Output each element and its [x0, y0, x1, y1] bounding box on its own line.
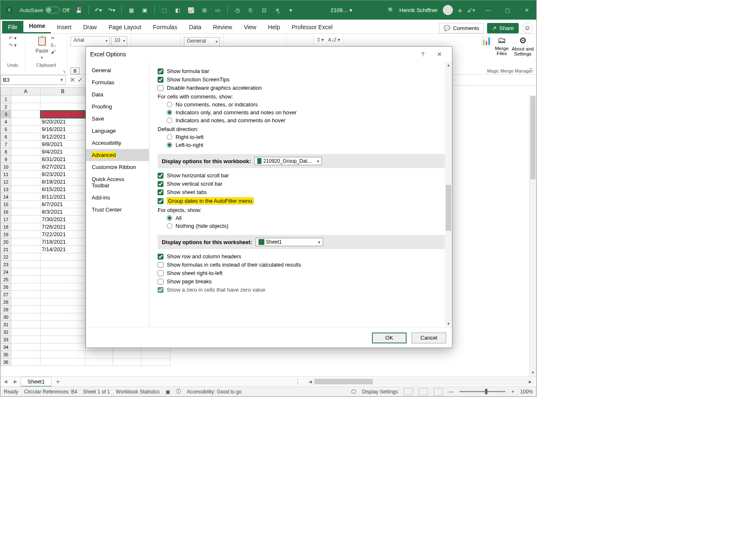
cell-B8[interactable]: 9/4/2021 [40, 148, 85, 156]
nav-formulas[interactable]: Formulas [86, 76, 149, 88]
qat-btn-6[interactable]: ⊞ [200, 5, 209, 15]
cell-B29[interactable] [40, 306, 85, 313]
normal-view-icon[interactable] [404, 388, 413, 396]
cell-A36[interactable] [11, 358, 40, 366]
ok-button[interactable]: OK [372, 333, 407, 343]
about-settings-button[interactable]: ⚙ About and Settings [512, 35, 534, 56]
nav-accessibility[interactable]: Accessibility [86, 137, 149, 149]
font-size-select[interactable]: 10 [111, 36, 127, 46]
font-name-select[interactable]: Arial [70, 36, 110, 46]
worksheet-select[interactable]: Sheet1 [256, 238, 323, 246]
status-accessibility[interactable]: Accessibility: Good to go [187, 389, 241, 395]
tab-formulas[interactable]: Formulas [147, 21, 183, 33]
row-header-5[interactable]: 5 [1, 126, 11, 133]
scroll-down-icon[interactable]: ▼ [530, 369, 536, 376]
row-header-10[interactable]: 10 [1, 163, 11, 171]
cell-A15[interactable] [11, 201, 40, 208]
cell-B25[interactable] [40, 276, 85, 283]
row-header-14[interactable]: 14 [1, 193, 11, 201]
qat-btn-9[interactable]: ⎘ [246, 5, 255, 15]
cell-B10[interactable]: 8/27/2021 [40, 163, 85, 171]
nav-trust-center[interactable]: Trust Center [86, 204, 149, 216]
autosave-toggle[interactable]: AutoSave Off [20, 7, 69, 13]
row-header-12[interactable]: 12 [1, 178, 11, 186]
chk-formula-bar[interactable] [158, 68, 163, 74]
cell-A27[interactable] [11, 291, 40, 298]
sort-filter-icon[interactable]: A↓Z ▾ [328, 37, 340, 43]
page-break-view-icon[interactable] [434, 388, 443, 396]
tab-view[interactable]: View [238, 21, 262, 33]
row-header-32[interactable]: 32 [1, 328, 11, 336]
cell-A32[interactable] [11, 328, 40, 336]
tab-insert[interactable]: Insert [51, 21, 77, 33]
rad-comments-ind-notes[interactable] [167, 118, 172, 123]
autosum-icon[interactable]: Σ ▾ [317, 37, 324, 43]
cell-A3[interactable] [11, 111, 40, 118]
macro-record-icon[interactable]: ▣ [166, 389, 170, 395]
cell-A1[interactable] [11, 96, 40, 103]
dialog-close-icon[interactable]: ✕ [431, 48, 448, 61]
qat-btn-8[interactable]: ◷ [233, 5, 242, 15]
cell-B17[interactable]: 7/30/2021 [40, 216, 85, 223]
cell-B35[interactable] [40, 351, 85, 358]
cell-A20[interactable] [11, 238, 40, 246]
tab-file[interactable]: File [2, 21, 23, 33]
chk-row-col-headers[interactable] [158, 254, 163, 260]
nav-advanced[interactable]: Advanced [86, 149, 149, 161]
analyze-data-button[interactable]: 📊 [481, 35, 492, 45]
cell-K35[interactable] [85, 351, 113, 358]
nav-save[interactable]: Save [86, 113, 149, 125]
qat-btn-5[interactable]: 📈 [186, 5, 196, 15]
rad-comments-none[interactable] [167, 102, 172, 107]
cell-A17[interactable] [11, 216, 40, 223]
cell-A2[interactable] [11, 103, 40, 111]
rad-rtl[interactable] [167, 134, 172, 140]
row-header-21[interactable]: 21 [1, 246, 11, 253]
qat-btn-7[interactable]: ▭ [213, 5, 222, 15]
cell-A12[interactable] [11, 178, 40, 186]
cell-M35[interactable] [141, 351, 171, 358]
close-button[interactable]: ✕ [517, 0, 536, 20]
cell-A14[interactable] [11, 193, 40, 201]
cell-A9[interactable] [11, 156, 40, 163]
undo-split[interactable]: ↶ ▾ [9, 35, 16, 41]
cell-B2[interactable] [40, 103, 85, 111]
row-header-4[interactable]: 4 [1, 118, 11, 126]
sheet-tab-menu-icon[interactable]: ⋮ [291, 378, 304, 386]
row-header-15[interactable]: 15 [1, 201, 11, 208]
cut-icon[interactable]: ✂ [51, 35, 57, 41]
tab-draw[interactable]: Draw [77, 21, 103, 33]
row-header-22[interactable]: 22 [1, 253, 11, 261]
cell-A13[interactable] [11, 186, 40, 193]
cell-A8[interactable] [11, 148, 40, 156]
cell-A19[interactable] [11, 231, 40, 238]
chk-sheet-rtl[interactable] [158, 270, 163, 276]
cell-B5[interactable]: 9/16/2021 [40, 126, 85, 133]
row-header-3[interactable]: 3 [1, 111, 11, 118]
workbook-select[interactable]: 210920_Group_Dat… [254, 157, 322, 165]
cell-B12[interactable]: 8/19/2021 [40, 178, 85, 186]
chk-page-breaks[interactable] [158, 279, 163, 285]
cancel-button[interactable]: Cancel [412, 333, 446, 343]
restore-button[interactable]: ▢ [498, 0, 517, 20]
row-header-33[interactable]: 33 [1, 336, 11, 343]
cell-B9[interactable]: 8/31/2021 [40, 156, 85, 163]
zoom-level[interactable]: 100% [520, 389, 533, 395]
tab-help[interactable]: Help [262, 21, 286, 33]
cell-A33[interactable] [11, 336, 40, 343]
chk-show-formulas[interactable] [158, 262, 163, 268]
nav-customize-ribbon[interactable]: Customize Ribbon [86, 161, 149, 173]
tab-review[interactable]: Review [207, 21, 238, 33]
redo-icon[interactable]: ↷▾ [107, 5, 116, 15]
row-header-11[interactable]: 11 [1, 171, 11, 178]
qat-btn-3[interactable]: ⬚ [160, 5, 169, 15]
qat-btn-2[interactable]: ▣ [140, 5, 149, 15]
cell-M36[interactable] [141, 358, 171, 366]
cell-B1[interactable] [40, 96, 85, 103]
cell-B18[interactable]: 7/26/2021 [40, 223, 85, 231]
confirm-edit-icon[interactable]: ✓ [78, 76, 83, 84]
status-wbstats[interactable]: Workbook Statistics [116, 389, 160, 395]
cell-B14[interactable]: 8/11/2021 [40, 193, 85, 201]
cell-B6[interactable]: 9/12/2021 [40, 133, 85, 141]
zoom-in-icon[interactable]: + [511, 389, 514, 395]
